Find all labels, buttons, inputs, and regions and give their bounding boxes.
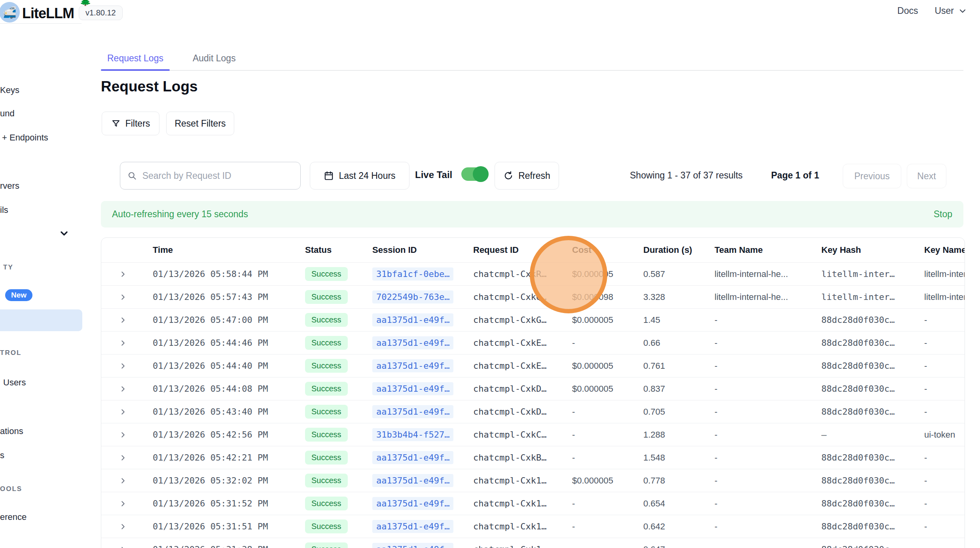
status-badge: Success — [305, 290, 348, 304]
row-expander[interactable] — [101, 270, 153, 279]
cell-duration: 0.66 — [643, 338, 715, 348]
tab-audit-logs[interactable]: Audit Logs — [186, 47, 242, 70]
litellm-logo[interactable]: 🚅 — [0, 2, 20, 23]
table-row: 01/13/2026 05:47:00 PM Success aa1375d1-… — [101, 308, 965, 331]
session-id-link[interactable]: aa1375d1-e49f… — [372, 474, 453, 487]
session-id-link[interactable]: aa1375d1-e49f… — [372, 405, 453, 418]
sidebar-item-guardrails[interactable]: ils — [0, 205, 8, 216]
session-id-link[interactable]: aa1375d1-e49f… — [372, 543, 453, 548]
cell-key-name: - — [924, 544, 965, 548]
cell-session-id: aa1375d1-e49f… — [372, 476, 473, 486]
session-id-link[interactable]: 31bfa1cf-0ebe… — [372, 267, 453, 281]
status-badge: Success — [305, 382, 348, 396]
brand-title: LiteLLM — [22, 5, 74, 22]
status-badge: Success — [305, 542, 348, 548]
cell-team-name: - — [715, 430, 821, 440]
cell-request-id: chatcmpl-Cxk1… — [473, 499, 572, 508]
status-badge: Success — [305, 267, 348, 281]
sidebar-item-models-endpoints[interactable]: + Endpoints — [2, 132, 48, 143]
cell-key-name: - — [924, 338, 965, 348]
cell-duration: 0.647 — [643, 544, 715, 548]
header-time: Time — [153, 245, 305, 255]
search-input[interactable] — [142, 171, 293, 181]
cell-request-id: chatcmpl-Cxk1… — [473, 476, 572, 485]
row-expander[interactable] — [101, 339, 153, 347]
chevron-right-icon — [119, 545, 127, 548]
session-id-link[interactable]: aa1375d1-e49f… — [372, 497, 453, 510]
chevron-right-icon — [119, 385, 127, 393]
sidebar-item-logs-selected[interactable] — [0, 309, 82, 331]
calendar-icon — [324, 171, 334, 181]
cell-request-id: chatcmpl-Cxk1… — [473, 544, 572, 548]
session-id-link[interactable]: aa1375d1-e49f… — [372, 451, 453, 464]
sidebar-item-playground[interactable]: und — [0, 108, 15, 119]
row-expander[interactable] — [101, 293, 153, 301]
cell-time: 01/13/2026 05:57:43 PM — [153, 292, 305, 302]
row-expander[interactable] — [101, 408, 153, 416]
row-expander[interactable] — [101, 545, 153, 548]
tab-request-logs[interactable]: Request Logs — [101, 47, 170, 70]
cell-time: 01/13/2026 05:31:51 PM — [153, 521, 305, 531]
status-badge: Success — [305, 359, 348, 373]
cell-team-name: - — [715, 361, 821, 371]
table-row: 01/13/2026 05:42:21 PM Success aa1375d1-… — [101, 446, 965, 469]
session-id-link[interactable]: aa1375d1-e49f… — [372, 520, 453, 533]
sidebar-expand-item[interactable] — [59, 228, 70, 239]
chevron-right-icon — [119, 408, 127, 416]
row-expander[interactable] — [101, 499, 153, 508]
cell-cost: - — [572, 521, 643, 532]
row-expander[interactable] — [101, 476, 153, 485]
status-badge: Success — [305, 451, 348, 465]
session-id-link[interactable]: aa1375d1-e49f… — [372, 313, 453, 326]
page-title: Request Logs — [101, 78, 198, 95]
cell-cost: - — [572, 407, 643, 417]
cell-key-name: - — [924, 521, 965, 532]
cell-team-name: - — [715, 453, 821, 463]
session-id-link[interactable]: 31b3b4b4-f527… — [372, 428, 453, 441]
sidebar-item-api-reference[interactable]: erence — [0, 512, 27, 523]
cell-time: 01/13/2026 05:32:02 PM — [153, 476, 305, 485]
user-menu[interactable]: User — [935, 6, 967, 16]
sidebar-item-teams[interactable]: s — [0, 450, 4, 461]
row-expander[interactable] — [101, 316, 153, 324]
docs-link[interactable]: Docs — [897, 6, 918, 16]
previous-button[interactable]: Previous — [843, 164, 901, 188]
sidebar-item-internal-users[interactable]: Users — [3, 377, 26, 388]
cell-key-hash: 88dc28d0f030c… — [821, 499, 924, 508]
filters-button[interactable]: Filters — [102, 112, 159, 135]
session-id-link[interactable]: 7022549b-763e… — [372, 290, 453, 303]
stop-auto-refresh-button[interactable]: Stop — [934, 209, 952, 220]
live-tail-toggle[interactable] — [461, 167, 487, 181]
row-expander[interactable] — [101, 362, 153, 370]
version-badge: v1.80.12 — [79, 6, 123, 20]
session-id-link[interactable]: aa1375d1-e49f… — [372, 359, 453, 372]
row-expander[interactable] — [101, 522, 153, 531]
row-expander[interactable] — [101, 430, 153, 439]
row-expander[interactable] — [101, 385, 153, 393]
filters-button-label: Filters — [125, 118, 150, 129]
sidebar-item-organizations[interactable]: ations — [0, 426, 23, 437]
toggle-knob — [473, 166, 489, 182]
sidebar-top-divider — [0, 23, 82, 24]
row-expander[interactable] — [101, 453, 153, 462]
tree-decoration-icon: 🌲 — [80, 0, 91, 6]
sidebar-section-tools: OOLS — [0, 485, 22, 493]
refresh-button[interactable]: Refresh — [495, 162, 559, 190]
cell-key-hash: 88dc28d0f030c… — [821, 338, 924, 348]
cell-request-id: chatcmpl-CxkG… — [473, 315, 572, 325]
session-id-link[interactable]: aa1375d1-e49f… — [372, 382, 453, 395]
search-icon — [127, 171, 137, 181]
cell-team-name: - — [715, 476, 821, 486]
cell-key-hash: litellm-inter… — [821, 292, 924, 302]
sidebar-item-keys[interactable]: Keys — [0, 85, 19, 96]
sidebar-item-servers[interactable]: rvers — [0, 180, 19, 192]
cell-key-hash: 88dc28d0f030c… — [821, 453, 924, 463]
cell-cost: - — [572, 338, 643, 348]
cell-status: Success — [305, 313, 372, 327]
next-button[interactable]: Next — [907, 164, 946, 188]
session-id-link[interactable]: aa1375d1-e49f… — [372, 336, 453, 349]
reset-filters-button[interactable]: Reset Filters — [166, 112, 234, 135]
cell-session-id: aa1375d1-e49f… — [372, 499, 473, 509]
date-range-button[interactable]: Last 24 Hours — [310, 162, 409, 190]
table-row: 01/13/2026 05:44:40 PM Success aa1375d1-… — [101, 354, 965, 377]
